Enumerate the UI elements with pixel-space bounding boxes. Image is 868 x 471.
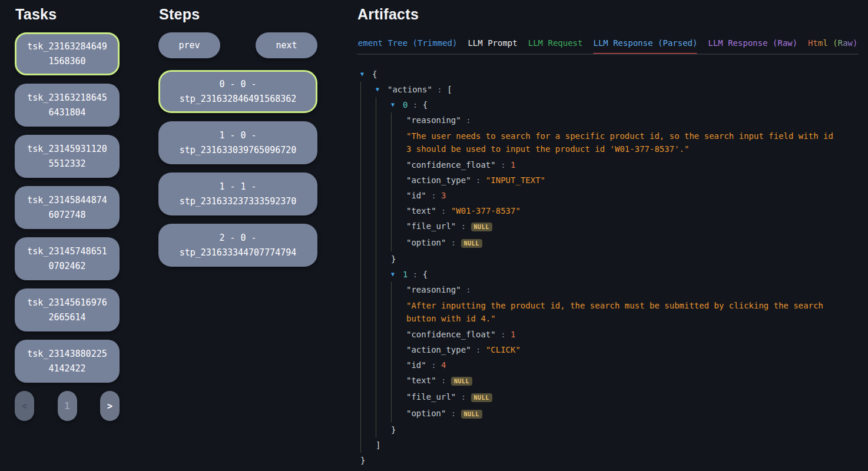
json-row: } bbox=[357, 251, 859, 267]
indent-guide bbox=[376, 188, 391, 203]
json-null-badge: NULL bbox=[461, 410, 482, 419]
task-button[interactable]: tsk_231438802254142422 bbox=[15, 340, 120, 383]
json-row: "action_type" : "INPUT_TEXT" bbox=[357, 173, 859, 188]
indent-guide bbox=[376, 357, 391, 373]
indent-guide bbox=[391, 173, 406, 188]
indent-guide bbox=[376, 327, 391, 342]
indent-guide bbox=[391, 389, 406, 406]
json-key: "action_type" bbox=[406, 345, 471, 354]
step-button[interactable]: 1 - 0 - stp_231633039765096720 bbox=[158, 121, 317, 164]
task-button[interactable]: tsk_231457486510702462 bbox=[15, 237, 120, 280]
json-null-badge: NULL bbox=[461, 239, 482, 248]
indent-guide bbox=[360, 235, 376, 251]
json-row: "option" : NULL bbox=[357, 406, 859, 422]
indent-guide bbox=[391, 218, 406, 235]
step-button[interactable]: 2 - 0 - stp_231633344707774794 bbox=[158, 224, 317, 267]
indent-guide bbox=[391, 327, 406, 342]
tasks-title: Tasks bbox=[15, 6, 120, 23]
json-punctuation: : bbox=[432, 85, 447, 94]
json-punctuation: } bbox=[391, 254, 396, 264]
task-button[interactable]: tsk_231632186456431804 bbox=[15, 84, 120, 127]
json-number-value: 3 bbox=[441, 191, 446, 200]
json-row: ▼"actions" : [ bbox=[357, 82, 859, 97]
json-tree-viewer: ▼{▼"actions" : [▼0 : {"reasoning" :"The … bbox=[357, 67, 859, 468]
json-punctuation: : bbox=[456, 392, 471, 402]
indent-guide bbox=[360, 251, 376, 267]
json-punctuation: : bbox=[408, 270, 422, 279]
json-punctuation: : bbox=[471, 175, 486, 185]
tab-element-tree-trimmed[interactable]: Element Tree (Trimmed) bbox=[357, 36, 457, 54]
json-key: "file_url" bbox=[406, 221, 456, 231]
tab-html-raw[interactable]: Html (Raw) bbox=[808, 36, 857, 54]
indent-guide bbox=[391, 203, 406, 218]
json-punctuation: : bbox=[436, 376, 451, 385]
indent-guide bbox=[391, 297, 406, 327]
indent-guide bbox=[391, 357, 406, 373]
json-row-content: 0 : { bbox=[403, 97, 428, 112]
json-punctuation: { bbox=[423, 100, 428, 110]
json-row-content: ] bbox=[376, 437, 380, 453]
step-button[interactable]: 0 - 0 - stp_231632846491568362 bbox=[158, 70, 317, 113]
indent-guide bbox=[376, 203, 391, 218]
json-punctuation: : bbox=[456, 221, 471, 231]
json-punctuation: [ bbox=[447, 85, 452, 94]
tab-llm-prompt[interactable]: LLM Prompt bbox=[468, 36, 517, 54]
task-button[interactable]: tsk_231459311205512332 bbox=[15, 135, 120, 178]
indent-guide bbox=[360, 406, 376, 422]
indent-guide bbox=[360, 342, 376, 357]
json-key: "option" bbox=[406, 409, 446, 418]
tab-llm-response-raw[interactable]: LLM Response (Raw) bbox=[708, 36, 797, 54]
indent-guide bbox=[376, 422, 391, 437]
indent-guide bbox=[360, 157, 376, 173]
tasks-pagination: < 1 > bbox=[15, 391, 120, 421]
tab-llm-request[interactable]: LLM Request bbox=[528, 36, 583, 54]
collapse-toggle-icon[interactable]: ▼ bbox=[360, 67, 372, 82]
json-key: "reasoning" bbox=[406, 115, 461, 125]
json-row-content: "actions" : [ bbox=[387, 82, 452, 97]
json-row: "confidence_float" : 1 bbox=[357, 157, 859, 173]
step-button[interactable]: 1 - 1 - stp_231633237333592370 bbox=[158, 173, 317, 215]
json-row: "After inputting the product id, the sea… bbox=[357, 297, 859, 327]
json-row-content: "option" : NULL bbox=[406, 235, 482, 251]
json-key: "id" bbox=[406, 191, 426, 200]
task-button[interactable]: tsk_231456169762665614 bbox=[15, 288, 120, 331]
indent-guide bbox=[376, 112, 391, 128]
steps-next-button[interactable]: next bbox=[256, 32, 317, 58]
task-button[interactable]: tsk_231458448746072748 bbox=[15, 186, 120, 229]
json-row-content: "id" : 4 bbox=[406, 357, 446, 373]
json-row-content: 1 : { bbox=[403, 267, 428, 282]
json-row: "text" : NULL bbox=[357, 373, 859, 389]
json-string-value: "After inputting the product id, the sea… bbox=[406, 301, 823, 323]
steps-prev-button[interactable]: prev bbox=[158, 32, 220, 58]
json-row: "option" : NULL bbox=[357, 235, 859, 251]
json-null-badge: NULL bbox=[471, 223, 492, 231]
json-row: } bbox=[357, 422, 859, 437]
indent-guide bbox=[391, 342, 406, 357]
indent-guide bbox=[376, 297, 391, 327]
tasks-next-page-button[interactable]: > bbox=[100, 391, 120, 421]
indent-guide bbox=[391, 406, 406, 422]
tasks-prev-page-button[interactable]: < bbox=[15, 391, 34, 421]
json-row: "confidence_float" : 1 bbox=[357, 327, 859, 342]
indent-guide bbox=[360, 112, 376, 128]
tab-llm-response-parsed[interactable]: LLM Response (Parsed) bbox=[593, 36, 697, 54]
json-row-content: "action_type" : "INPUT_TEXT" bbox=[406, 173, 545, 188]
task-list: tsk_231632846491568360tsk_23163218645643… bbox=[15, 32, 120, 383]
indent-guide bbox=[360, 97, 376, 112]
collapse-toggle-icon[interactable]: ▼ bbox=[391, 97, 403, 112]
json-punctuation: : bbox=[436, 206, 451, 215]
tasks-panel: Tasks tsk_231632846491568360tsk_23163218… bbox=[15, 6, 120, 421]
json-row: "reasoning" : bbox=[357, 282, 859, 297]
json-punctuation: : bbox=[446, 409, 460, 418]
indent-guide bbox=[391, 373, 406, 389]
collapse-toggle-icon[interactable]: ▼ bbox=[376, 82, 387, 97]
tasks-current-page-button[interactable]: 1 bbox=[58, 391, 77, 421]
json-string-value: "INPUT_TEXT" bbox=[486, 175, 545, 185]
task-button[interactable]: tsk_231632846491568360 bbox=[15, 32, 120, 75]
indent-guide bbox=[360, 282, 376, 297]
json-row: "The user needs to search for a specific… bbox=[357, 128, 859, 157]
json-row-content: "reasoning" : bbox=[406, 282, 471, 297]
collapse-toggle-icon[interactable]: ▼ bbox=[391, 267, 403, 282]
indent-guide bbox=[376, 157, 391, 173]
artifacts-title: Artifacts bbox=[357, 6, 859, 23]
